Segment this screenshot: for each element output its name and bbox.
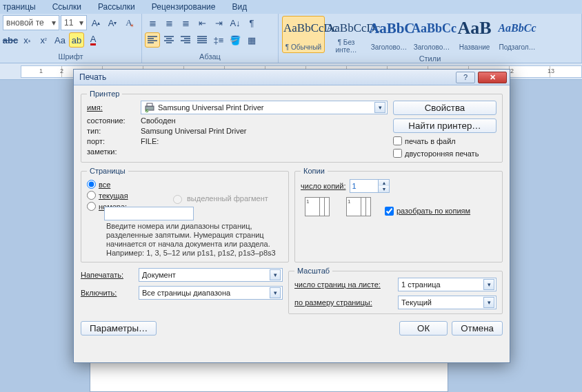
include-value: Все страницы диапазона: [142, 289, 230, 297]
chevron-down-icon: ▾: [374, 102, 385, 113]
style-preview: AaBbCcDc: [326, 18, 366, 39]
radio-current[interactable]: текущая: [87, 191, 170, 200]
font-name-combo[interactable]: вновой те▾: [3, 15, 59, 30]
style-item[interactable]: AaBbCcЗаголово…: [410, 16, 453, 53]
ok-button[interactable]: ОК: [399, 321, 448, 336]
pages-per-sheet-combo[interactable]: 1 страница ▾: [398, 278, 496, 291]
chevron-down-icon: ▾: [52, 18, 56, 28]
radio-all[interactable]: все: [87, 180, 170, 189]
zoom-legend: Масштаб: [294, 267, 332, 275]
borders-button[interactable]: ▦: [244, 32, 259, 48]
help-icon: ?: [463, 73, 468, 81]
print-what-value: Документ: [142, 271, 176, 279]
collate-checkbox[interactable]: разобрать по копиям: [385, 207, 470, 216]
printer-properties-button[interactable]: Свойства: [393, 101, 496, 115]
group-label-paragraph: Абзац: [145, 52, 275, 63]
chevron-down-icon: ▾: [483, 297, 494, 308]
duplex-checkbox[interactable]: двусторонняя печать: [393, 149, 496, 158]
grow-font-button[interactable]: A▴: [88, 15, 103, 30]
style-name: Название: [454, 43, 494, 51]
style-preview: AaBbCcDc: [283, 18, 323, 40]
spin-up-icon[interactable]: ▲: [379, 180, 389, 186]
tab-review[interactable]: Рецензирование: [152, 2, 216, 12]
include-combo[interactable]: Все страницы диапазона ▾: [139, 286, 283, 300]
sort-button[interactable]: A↓: [228, 15, 243, 30]
print-what-combo[interactable]: Документ ▾: [139, 268, 283, 282]
ribbon-tabs: траницы Ссылки Рассылки Рецензирование В…: [0, 0, 582, 14]
printer-name-combo[interactable]: Samsung Universal Print Driver ▾: [141, 101, 388, 114]
strikethrough-button[interactable]: abc: [3, 32, 18, 48]
superscript-button[interactable]: x²: [36, 32, 51, 48]
num-copies-input[interactable]: [350, 180, 378, 192]
align-left-icon: [148, 36, 157, 44]
style-preview: AaBbCc: [497, 18, 537, 40]
style-name: Подзагол…: [497, 43, 537, 51]
multilevel-button[interactable]: ≣: [178, 15, 193, 30]
print-dialog: Печать ? ✕ Принтер имя: Samsung Universa…: [73, 69, 510, 363]
group-label-styles: Стили: [281, 54, 579, 63]
style-item[interactable]: AaBbCЗаголово…: [368, 16, 410, 53]
bullets-button[interactable]: ≣: [145, 15, 160, 30]
dialog-titlebar[interactable]: Печать ? ✕: [74, 70, 510, 85]
style-gallery[interactable]: AaBbCcDc¶ ОбычныйAaBbCcDc¶ Без инте…AaBb…: [281, 15, 579, 54]
ribbon-body: вновой те▾ 11▾ A▴ A▾ A✶ abc x₂ x² Aa ab …: [0, 14, 582, 63]
printer-type-value: Samsung Universal Print Driver: [141, 127, 388, 135]
copies-legend: Копии: [301, 167, 328, 175]
ribbon-group-styles: AaBbCcDc¶ ОбычныйAaBbCcDc¶ Без инте…AaBb…: [279, 14, 582, 63]
style-preview: AaB: [454, 18, 494, 40]
align-right-button[interactable]: [178, 32, 193, 48]
printer-icon: [144, 102, 155, 113]
page-range-input[interactable]: [104, 207, 194, 220]
subscript-button[interactable]: x₂: [19, 32, 34, 48]
decrease-indent-button[interactable]: ⇤: [194, 15, 210, 30]
tab-links[interactable]: Ссылки: [52, 2, 81, 12]
style-item[interactable]: AaBbCcDc¶ Без инте…: [325, 16, 368, 53]
tab-mailings[interactable]: Рассылки: [98, 2, 135, 12]
close-button[interactable]: ✕: [478, 72, 507, 83]
num-copies-spinner[interactable]: ▲▼: [350, 179, 390, 193]
font-size-combo[interactable]: 11▾: [61, 15, 87, 30]
style-item[interactable]: AaBbCcПодзагол…: [496, 16, 539, 53]
style-name: ¶ Обычный: [283, 43, 323, 51]
style-preview: AaBbCc: [412, 18, 452, 40]
style-item[interactable]: AaBНазвание: [453, 16, 496, 53]
justify-button[interactable]: [194, 32, 210, 48]
line-spacing-button[interactable]: ‡≡: [211, 32, 226, 48]
shading-button[interactable]: 🪣: [228, 32, 243, 48]
align-left-button[interactable]: [145, 32, 160, 48]
pages-fieldset: Страницы все текущая номера: выделенный …: [81, 167, 289, 262]
style-item[interactable]: AaBbCcDc¶ Обычный: [282, 16, 325, 53]
justify-icon: [197, 36, 207, 44]
numbering-button[interactable]: ≣: [161, 15, 177, 30]
help-button[interactable]: ?: [456, 72, 475, 83]
options-button[interactable]: Параметры…: [81, 321, 157, 336]
ruler-mark: 2: [60, 68, 63, 74]
printer-port-label: порт:: [87, 137, 141, 145]
scale-to-paper-combo[interactable]: Текущий ▾: [398, 296, 496, 309]
shrink-font-button[interactable]: A▾: [105, 15, 120, 30]
printer-type-label: тип:: [87, 127, 141, 135]
tab-pages[interactable]: траницы: [3, 2, 36, 12]
spin-down-icon[interactable]: ▼: [379, 186, 389, 192]
close-icon: ✕: [490, 73, 496, 82]
include-label: Включить:: [81, 289, 134, 297]
align-center-button[interactable]: [161, 32, 177, 48]
change-case-button[interactable]: Aa: [52, 32, 68, 48]
cancel-button[interactable]: Отмена: [452, 321, 503, 336]
print-what-label: Напечатать:: [81, 271, 134, 279]
highlight-button[interactable]: ab: [69, 32, 84, 48]
tab-view[interactable]: Вид: [232, 2, 247, 12]
ribbon-group-font: вновой те▾ 11▾ A▴ A▾ A✶ abc x₂ x² Aa ab …: [0, 14, 142, 63]
increase-indent-button[interactable]: ⇥: [211, 15, 226, 30]
show-marks-button[interactable]: ¶: [244, 15, 259, 30]
ruler-mark: 13: [548, 68, 554, 74]
font-color-button[interactable]: A: [86, 32, 101, 48]
style-preview: AaBbC: [369, 18, 409, 40]
clear-formatting-button[interactable]: A✶: [121, 15, 137, 30]
font-size-value: 11: [64, 18, 73, 28]
find-printer-button[interactable]: Найти принтер…: [393, 118, 496, 133]
zoom-fieldset: Масштаб число страниц на листе: 1 страни…: [288, 267, 503, 314]
print-to-file-checkbox[interactable]: печать в файл: [393, 136, 496, 145]
scale-to-paper-value: Текущий: [401, 298, 432, 307]
ruler-mark: 1: [39, 68, 43, 74]
